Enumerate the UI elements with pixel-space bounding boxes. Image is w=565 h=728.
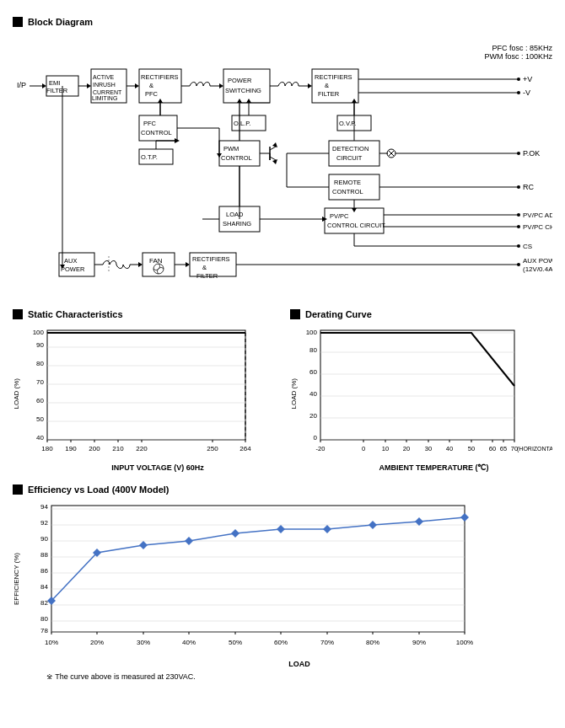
svg-text:264: 264 (239, 445, 251, 452)
svg-line-55 (270, 157, 276, 160)
svg-text:FILTER: FILTER (318, 90, 340, 98)
svg-text:CURRENT: CURRENT (93, 89, 122, 95)
svg-text:+V: +V (523, 75, 532, 83)
page: Block Diagram PFC fosc : 85KHz PWM fosc … (0, 0, 565, 698)
svg-text:RC: RC (523, 183, 534, 191)
svg-text:40%: 40% (182, 639, 196, 646)
svg-text:EMI: EMI (49, 79, 60, 87)
svg-text:CONTROL: CONTROL (221, 154, 252, 162)
svg-text:82: 82 (40, 599, 48, 607)
derating-y-label: LOAD (%) (290, 378, 298, 409)
svg-text:90: 90 (36, 341, 44, 349)
svg-text:40: 40 (309, 390, 317, 398)
svg-text:80: 80 (40, 615, 48, 623)
svg-text:94: 94 (40, 503, 48, 511)
svg-text:78: 78 (40, 627, 48, 634)
svg-text:&: & (325, 82, 329, 89)
svg-text:&: & (149, 82, 153, 89)
svg-marker-250 (231, 529, 239, 538)
header-square (290, 309, 300, 319)
svg-text:SWITCHING: SWITCHING (225, 87, 261, 94)
svg-marker-248 (139, 541, 148, 549)
svg-text:10%: 10% (45, 639, 58, 646)
derating-section: Derating Curve LOAD (%) 0 20 40 60 80 10… (290, 301, 552, 472)
svg-text:40: 40 (446, 445, 453, 452)
svg-text:ACTIVE: ACTIVE (93, 74, 115, 80)
svg-point-38 (517, 78, 520, 81)
svg-marker-121 (246, 99, 251, 103)
svg-point-72 (517, 152, 520, 155)
svg-text:10: 10 (382, 445, 389, 452)
svg-text:CONTROL: CONTROL (141, 129, 172, 136)
static-char-section: Static Characteristics LOAD (%) 40 50 60… (13, 301, 273, 472)
svg-marker-27 (308, 83, 312, 88)
svg-text:FILTER: FILTER (46, 87, 68, 94)
svg-text:(HORIZONTAL): (HORIZONTAL) (517, 446, 552, 452)
svg-point-90 (517, 244, 520, 248)
svg-text:88: 88 (40, 551, 48, 559)
svg-text:PV/PC: PV/PC (330, 212, 349, 220)
svg-text:80: 80 (309, 346, 317, 354)
svg-marker-21 (219, 83, 223, 88)
svg-text:30%: 30% (137, 639, 150, 646)
svg-text:60: 60 (489, 445, 496, 452)
block-diagram-title: Block Diagram (28, 17, 93, 27)
svg-text:O.L.P.: O.L.P. (234, 120, 250, 127)
svg-marker-59 (237, 99, 242, 103)
svg-text:DETECTION: DETECTION (332, 145, 369, 153)
efficiency-title: Efficiency vs Load (400V Model) (28, 484, 170, 495)
svg-point-87 (517, 225, 520, 228)
svg-text:0: 0 (314, 434, 318, 442)
svg-marker-254 (415, 517, 423, 526)
static-char-chart: 40 50 60 70 80 90 100 (22, 326, 258, 461)
svg-text:100: 100 (306, 329, 318, 336)
svg-text:CIRCUIT: CIRCUIT (336, 154, 363, 162)
svg-marker-253 (369, 521, 377, 529)
svg-text:-20: -20 (316, 445, 326, 452)
svg-text:60%: 60% (274, 639, 288, 646)
svg-marker-249 (185, 537, 193, 545)
header-square (13, 17, 23, 27)
derating-x-label: AMBIENT TEMPERATURE (℃) (315, 463, 552, 472)
svg-point-39 (517, 91, 520, 94)
svg-text:100%: 100% (456, 639, 473, 646)
charts-row: Static Characteristics LOAD (%) 40 50 60… (13, 301, 552, 472)
svg-text:84: 84 (40, 583, 48, 591)
svg-text:CONTROL CIRCUIT: CONTROL CIRCUIT (327, 222, 385, 229)
svg-marker-251 (277, 525, 285, 533)
svg-rect-207 (51, 506, 465, 632)
svg-marker-63 (352, 99, 357, 103)
header-square (13, 309, 23, 319)
svg-marker-252 (323, 525, 331, 533)
svg-text:(12V/0.4A): (12V/0.4A) (523, 265, 552, 273)
svg-marker-103 (138, 262, 143, 267)
svg-text:80%: 80% (366, 639, 379, 646)
static-x-label: INPUT VOLTAGE (V) 60Hz (42, 463, 273, 472)
svg-text:190: 190 (65, 445, 77, 452)
svg-text:92: 92 (40, 519, 48, 527)
svg-marker-46 (158, 99, 163, 103)
efficiency-chart: 94 92 90 88 86 84 82 80 78 (22, 501, 494, 657)
svg-text:O.T.P.: O.T.P. (141, 153, 158, 161)
svg-text:20%: 20% (90, 639, 104, 646)
svg-text:PV/PC ADJUST: PV/PC ADJUST (523, 211, 552, 219)
svg-text:P.OK: P.OK (523, 149, 540, 158)
svg-text:O.V.P.: O.V.P. (339, 120, 356, 127)
svg-point-78 (517, 185, 520, 189)
svg-point-114 (517, 263, 520, 266)
efficiency-y-label: EFFICIENCY (%) (13, 553, 20, 605)
diagram-container: I/P EMI FILTER ACTIVE INRUSH CURRENT LIM… (13, 44, 552, 288)
efficiency-footnote: ※ The curve above is measured at 230VAC. (46, 672, 552, 681)
svg-text:POWER: POWER (228, 77, 252, 84)
svg-text:210: 210 (112, 445, 124, 452)
svg-text:INRUSH: INRUSH (93, 82, 116, 88)
static-y-label: LOAD (%) (13, 378, 20, 409)
efficiency-x-label: LOAD (46, 660, 552, 668)
svg-text:SHARING: SHARING (223, 220, 251, 228)
efficiency-section: Efficiency vs Load (400V Model) EFFICIEN… (13, 484, 552, 681)
derating-chart: 0 20 40 60 80 100 (299, 326, 552, 461)
static-char-title: Static Characteristics (28, 309, 123, 319)
efficiency-header: Efficiency vs Load (400V Model) (13, 484, 552, 495)
svg-text:220: 220 (136, 445, 148, 452)
svg-text:AUX: AUX (64, 257, 77, 265)
